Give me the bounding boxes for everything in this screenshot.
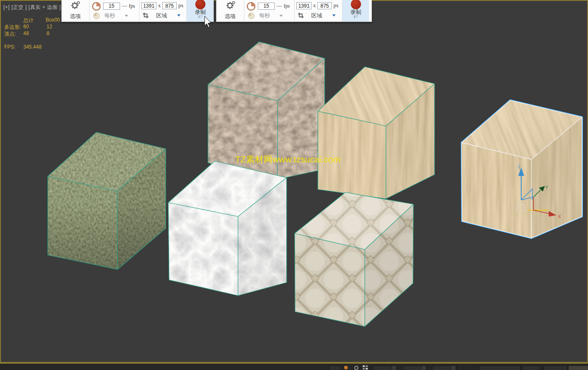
capture-height-input[interactable]: 875	[317, 2, 332, 9]
spinner[interactable]	[451, 365, 456, 370]
gizmo-y-label: Y	[545, 185, 548, 190]
recorder-panel-2: 选项 15 fps 每秒 13	[216, 0, 372, 22]
stats-row-label: 顶点:	[4, 30, 16, 38]
stats-row-object: 12	[46, 24, 52, 30]
options-button[interactable]: 选项	[62, 0, 90, 22]
stats-row-object: 8	[46, 30, 49, 36]
cube-face-front-shade	[295, 233, 365, 326]
viewport-canvas[interactable]: X Y Z	[0, 0, 588, 370]
spinner[interactable]	[421, 365, 427, 370]
status-bar	[0, 364, 588, 370]
watermark-text: TZ素材网www.tzsucai.com	[235, 153, 341, 165]
chevron-down-icon[interactable]	[125, 15, 128, 17]
grid-size-field[interactable]	[479, 365, 521, 370]
record-button[interactable]: 录制 F7	[187, 0, 213, 22]
framerate-group: 15 fps 每秒	[244, 0, 295, 22]
fps-unit-label: fps	[284, 3, 290, 9]
record-icon	[195, 0, 205, 9]
status-orange-icon[interactable]	[344, 366, 348, 370]
rate-dropdown-label[interactable]: 每秒	[104, 12, 115, 19]
fps-input[interactable]: 15	[258, 3, 275, 10]
add-time-tag-button[interactable]	[568, 365, 588, 370]
grid-snap-icon[interactable]	[363, 365, 368, 370]
pie-icon	[93, 12, 100, 19]
stats-row-total: 48	[23, 30, 29, 36]
px-unit-label: px	[334, 3, 339, 9]
record-label: 录制	[195, 9, 206, 15]
multiply-label: x	[313, 3, 316, 9]
coordinate-x-field[interactable]	[373, 365, 397, 370]
fps-input[interactable]: 15	[103, 3, 120, 10]
stats-fps-label: FPS:	[4, 44, 16, 50]
region-dropdown-label[interactable]: 区域	[311, 12, 322, 19]
stats-row-label: 多边形:	[4, 24, 21, 31]
options-button[interactable]: 选项	[216, 0, 244, 22]
options-label: 选项	[70, 13, 81, 20]
gizmo-x-label: X	[558, 214, 561, 219]
record-label: 录制	[350, 9, 361, 15]
viewport-label[interactable]: [+] [正交 ] [真实 + 边面 ]	[3, 4, 61, 11]
stats-row-total: 60	[23, 24, 29, 30]
capture-size-group: 588 x 370 px 区域	[139, 0, 187, 22]
stats-col-total: 总计	[23, 17, 33, 24]
fps-unit-label: fps	[129, 3, 135, 9]
recorder-panel-1: 选项 15 fps 每秒 13	[61, 0, 214, 22]
region-crop-icon	[297, 12, 304, 19]
coordinate-y-field[interactable]	[402, 365, 427, 370]
capture-height-input[interactable]: 875	[162, 2, 177, 9]
chevron-down-icon[interactable]	[279, 15, 283, 17]
framerate-group: 15 fps 每秒	[90, 0, 139, 22]
record-icon	[351, 0, 361, 9]
multiply-label: x	[158, 3, 161, 9]
application-window: X Y Z [+] [正交 ] [真实 + 边面 ] 总计 Box00 多边形:…	[0, 0, 588, 370]
gear-icon	[225, 1, 235, 11]
chevron-down-icon[interactable]	[177, 14, 181, 16]
stats-fps-value: 345.448	[23, 44, 41, 50]
viewport-border-left	[0, 0, 1, 363]
time-tag-field[interactable]	[544, 365, 567, 370]
coordinate-z-field[interactable]	[432, 365, 457, 370]
record-shortcut: F7	[198, 15, 202, 19]
gizmo-z-label: Z	[518, 164, 520, 169]
capture-width-input[interactable]: 1391	[296, 2, 312, 9]
region-crop-icon	[142, 12, 149, 19]
capture-size-group: 588 x 370 px 区域	[295, 0, 342, 22]
status-lock-icon[interactable]	[354, 366, 358, 370]
statusbar-field[interactable]	[329, 365, 342, 370]
gear-icon	[70, 1, 80, 11]
chevron-down-icon[interactable]	[332, 14, 336, 16]
record-shortcut: F7	[354, 15, 358, 19]
pie-icon	[248, 12, 255, 19]
fps-slider-track[interactable]	[276, 6, 282, 6]
fps-slider-track[interactable]	[122, 6, 127, 6]
record-button[interactable]: 录制 F7	[342, 0, 369, 22]
statusbar-field[interactable]	[522, 365, 540, 370]
options-label: 选项	[225, 13, 236, 20]
rate-dropdown-label[interactable]: 每秒	[259, 12, 270, 19]
spinner[interactable]	[391, 365, 397, 370]
region-dropdown-label[interactable]: 区域	[156, 12, 167, 19]
capture-width-input[interactable]: 1391	[141, 2, 156, 9]
stats-col-object: Box00	[46, 17, 60, 23]
timer-icon	[91, 1, 101, 11]
timer-icon	[246, 1, 256, 11]
px-unit-label: px	[178, 3, 183, 9]
